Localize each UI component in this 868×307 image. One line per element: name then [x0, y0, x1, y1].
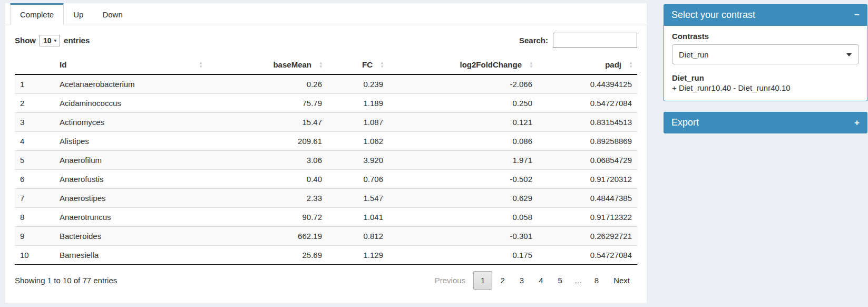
tab-content: Show 10 ▾ entries Search: [5, 25, 647, 295]
cell-rownum: 6 [15, 170, 54, 189]
contrast-select[interactable]: Diet_run [672, 44, 859, 64]
cell-basemean: 15.47 [207, 113, 327, 132]
column-header-label: baseMean [273, 60, 311, 69]
column-header-fc[interactable]: FC ▲▼ [327, 55, 388, 74]
pagination-next[interactable]: Next [607, 272, 637, 289]
expand-plus-icon[interactable]: + [854, 118, 860, 127]
cell-basemean: 2.33 [207, 189, 327, 208]
pagination-page-3[interactable]: 3 [513, 272, 531, 289]
cell-padj: 0.06854729 [538, 151, 637, 170]
cell-rownum: 8 [15, 208, 54, 227]
column-header-log2foldchange[interactable]: log2FoldChange ▲▼ [388, 55, 538, 74]
cell-padj: 0.44394125 [538, 74, 637, 94]
caret-down-icon [846, 53, 852, 56]
sort-icon[interactable]: ▲▼ [380, 61, 384, 69]
column-header-label: padj [605, 60, 621, 69]
column-header-label: log2FoldChange [460, 60, 522, 69]
pagination-page-5[interactable]: 5 [551, 272, 569, 289]
pagination: Previous 1 2 3 4 5 … 8 Next [427, 271, 637, 290]
cell-fc: 3.920 [327, 151, 388, 170]
contrast-panel-body: Contrasts Diet_run Diet_run + Diet_runr1… [664, 26, 867, 101]
sort-icon[interactable]: ▲▼ [529, 61, 533, 69]
caret-down-icon: ▾ [54, 38, 57, 43]
page-length-select[interactable]: 10 ▾ [40, 35, 60, 46]
cell-fc: 0.239 [327, 74, 388, 94]
table-row[interactable]: 8 Anaerotruncus 90.72 1.041 0.058 0.9171… [15, 208, 637, 227]
column-header-label: FC [362, 60, 373, 69]
cell-log2foldchange: -2.066 [388, 74, 538, 94]
cell-basemean: 75.79 [207, 94, 327, 113]
pagination-previous[interactable]: Previous [428, 272, 472, 289]
cell-rownum: 7 [15, 189, 54, 208]
contrast-panel-header[interactable]: Select your contrast − [664, 4, 867, 26]
pagination-page-4[interactable]: 4 [532, 272, 550, 289]
table-row[interactable]: 4 Alistipes 209.61 1.062 0.086 0.8925886… [15, 132, 637, 151]
table-row[interactable]: 7 Anaerostipes 2.33 1.547 0.629 0.484473… [15, 189, 637, 208]
cell-rownum: 3 [15, 113, 54, 132]
tab-bar: Complete Up Down [5, 3, 647, 25]
results-panel: Complete Up Down Show 10 ▾ entries Searc… [5, 3, 647, 303]
cell-id: Anaerostipes [54, 189, 207, 208]
cell-id: Anaerofustis [54, 170, 207, 189]
tab-up[interactable]: Up [64, 3, 93, 25]
tab-down[interactable]: Down [93, 3, 132, 25]
table-row[interactable]: 2 Acidaminococcus 75.79 1.189 0.250 0.54… [15, 94, 637, 113]
pagination-page-1[interactable]: 1 [473, 271, 492, 290]
show-label: Show [15, 36, 36, 45]
tab-complete[interactable]: Complete [10, 3, 64, 25]
cell-padj: 0.91720312 [538, 170, 637, 189]
cell-id: Acetanaerobacterium [54, 74, 207, 94]
contrast-name: Diet_run [672, 73, 859, 82]
cell-fc: 0.706 [327, 170, 388, 189]
cell-id: Anaerofilum [54, 151, 207, 170]
cell-fc: 1.547 [327, 189, 388, 208]
column-header-padj[interactable]: padj ▲▼ [538, 55, 637, 74]
cell-rownum: 2 [15, 94, 54, 113]
cell-padj: 0.83154513 [538, 113, 637, 132]
column-header-rownum [15, 55, 54, 74]
cell-id: Bacteroides [54, 227, 207, 246]
column-header-id[interactable]: Id ▲▼ [54, 55, 207, 74]
export-panel-header[interactable]: Export + [664, 112, 867, 133]
search-label: Search: [519, 36, 548, 45]
table-row[interactable]: 1 Acetanaerobacterium 0.26 0.239 -2.066 … [15, 74, 637, 94]
pagination-ellipsis: … [570, 272, 587, 289]
show-entries-control: Show 10 ▾ entries [15, 35, 90, 46]
table-row[interactable]: 6 Anaerofustis 0.40 0.706 -0.502 0.91720… [15, 170, 637, 189]
table-row[interactable]: 5 Anaerofilum 3.06 3.920 1.971 0.0685472… [15, 151, 637, 170]
cell-id: Anaerotruncus [54, 208, 207, 227]
table-row[interactable]: 10 Barnesiella 25.69 1.129 0.175 0.54727… [15, 246, 637, 265]
cell-log2foldchange: 0.175 [388, 246, 538, 265]
cell-rownum: 10 [15, 246, 54, 265]
contrasts-label: Contrasts [672, 32, 859, 41]
cell-id: Barnesiella [54, 246, 207, 265]
cell-fc: 1.129 [327, 246, 388, 265]
column-header-basemean[interactable]: baseMean ▲▼ [207, 55, 327, 74]
sort-icon[interactable]: ▲▼ [629, 61, 633, 69]
cell-log2foldchange: 1.971 [388, 151, 538, 170]
cell-log2foldchange: -0.301 [388, 227, 538, 246]
cell-padj: 0.54727084 [538, 246, 637, 265]
table-row[interactable]: 9 Bacteroides 662.19 0.812 -0.301 0.2629… [15, 227, 637, 246]
cell-basemean: 25.69 [207, 246, 327, 265]
sort-icon[interactable]: ▲▼ [199, 61, 203, 69]
table-header-row: Id ▲▼ baseMean ▲▼ FC ▲▼ log2FoldChange [15, 55, 637, 74]
contrast-select-value: Diet_run [679, 50, 709, 59]
search-control: Search: [519, 33, 637, 48]
export-panel-title: Export [671, 117, 699, 128]
cell-log2foldchange: -0.502 [388, 170, 538, 189]
pagination-page-8[interactable]: 8 [588, 272, 606, 289]
collapse-minus-icon[interactable]: − [854, 11, 860, 20]
sort-icon[interactable]: ▲▼ [319, 61, 323, 69]
cell-rownum: 4 [15, 132, 54, 151]
search-input[interactable] [553, 33, 637, 48]
page-length-value: 10 [43, 36, 52, 45]
results-table: Id ▲▼ baseMean ▲▼ FC ▲▼ log2FoldChange [15, 55, 637, 265]
cell-basemean: 90.72 [207, 208, 327, 227]
cell-id: Actinomyces [54, 113, 207, 132]
cell-rownum: 5 [15, 151, 54, 170]
table-row[interactable]: 3 Actinomyces 15.47 1.087 0.121 0.831545… [15, 113, 637, 132]
cell-log2foldchange: 0.250 [388, 94, 538, 113]
pagination-page-2[interactable]: 2 [493, 272, 511, 289]
cell-padj: 0.26292721 [538, 227, 637, 246]
